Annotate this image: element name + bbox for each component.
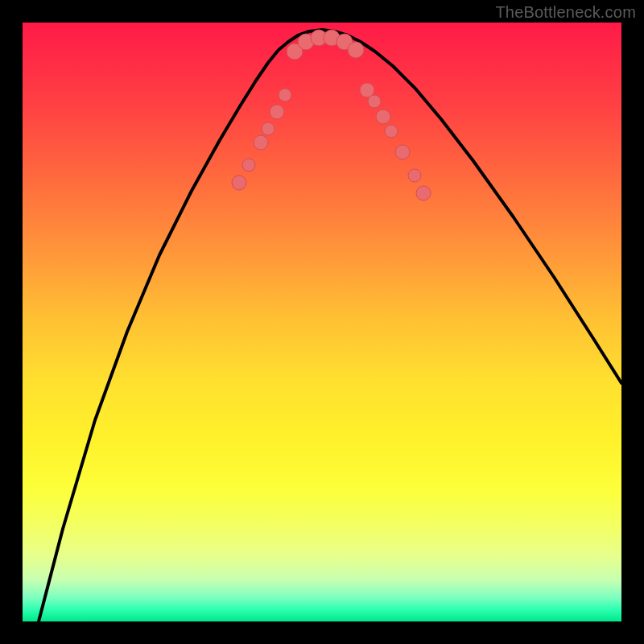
curve-marker	[348, 42, 364, 58]
curve-marker	[262, 122, 275, 135]
curve-marker	[408, 169, 421, 182]
curve-marker	[270, 105, 284, 119]
curve-marker	[368, 95, 381, 108]
curve-marker	[242, 159, 255, 171]
watermark-text: TheBottleneck.com	[495, 3, 636, 22]
curve-marker	[232, 175, 246, 190]
plot-area	[23, 23, 621, 621]
chart-stage: TheBottleneck.com	[0, 0, 644, 644]
bottleneck-curve	[39, 30, 621, 621]
curve-marker	[279, 89, 291, 101]
curve-marker	[416, 186, 431, 200]
curve-marker	[254, 135, 268, 150]
curve-markers	[232, 30, 431, 200]
curve-marker	[376, 109, 390, 124]
chart-svg	[23, 23, 621, 621]
curve-marker	[385, 125, 398, 138]
curve-marker	[395, 145, 410, 159]
